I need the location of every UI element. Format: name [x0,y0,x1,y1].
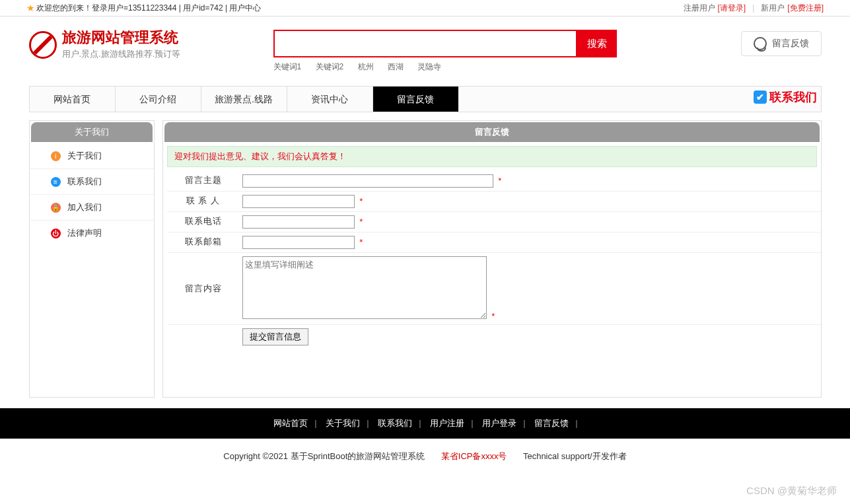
search-block: 搜索 关键词1 关键词2 杭州 西湖 灵隐寺 [273,30,690,73]
keyword-link[interactable]: 关键词2 [316,62,344,71]
list-icon: ≡ [51,177,61,187]
sidebar-title: 关于我们 [31,122,153,142]
welcome-text: 欢迎您的到来！登录用户=13511223344 | 用户id=742 | 用户中… [36,0,261,17]
required-mark: * [359,237,363,247]
topbar-separator: | [752,0,754,17]
footer-link[interactable]: 联系我们 [378,418,412,428]
phone-input[interactable] [242,215,355,229]
registered-user-label: 注册用户 [684,0,715,17]
sidebar-item-label: 联系我们 [67,176,102,188]
topbar: ★ 欢迎您的到来！登录用户=13511223344 | 用户id=742 | 用… [0,0,850,17]
logo-icon [29,31,57,59]
free-register-link[interactable]: [免费注册] [787,0,824,17]
field-label: 留言内容 [167,253,240,325]
star-icon: ★ [26,0,35,17]
site-title: 旅游网站管理系统 [62,30,181,46]
required-mark: * [359,217,363,227]
icp-link[interactable]: 某省ICP备xxxx号 [441,451,507,461]
search-keywords: 关键词1 关键词2 杭州 西湖 灵隐寺 [273,61,690,73]
header-feedback-wrap: 留言反馈 [690,30,822,56]
sidebar-item-legal[interactable]: ⏻ 法律声明 [30,221,154,246]
feedback-form: 留言主题 * 联 系 人 * 联系电话 * [167,171,822,349]
keyword-link[interactable]: 西湖 [388,62,404,71]
required-mark: * [359,196,363,206]
panel-title: 留言反馈 [164,122,820,142]
nav-contact-us[interactable]: ✔ 联系我们 [754,89,817,105]
sidebar-item-label: 加入我们 [67,201,102,213]
tech-support: Technical support/开发作者 [523,451,627,461]
topbar-right: 注册用户 [请登录] | 新用户 [免费注册] [684,0,824,16]
field-label: 联系邮箱 [167,233,240,253]
form-notice: 迎对我们提出意见、建议，我们会认真答复！ [167,146,817,167]
content-panel: 留言反馈 迎对我们提出意见、建议，我们会认真答复！ 留言主题 * 联 系 人 *… [162,120,822,398]
power-icon: ⏻ [51,229,61,238]
info-icon: i [51,151,61,161]
keyword-link[interactable]: 灵隐寺 [417,62,441,71]
keyword-link[interactable]: 关键词1 [273,62,302,71]
sidebar: 关于我们 i 关于我们 ≡ 联系我们 🔒 加入我们 ⏻ 法律声明 [29,120,155,398]
check-icon: ✔ [754,90,767,104]
search-box: 搜索 [273,30,690,57]
nav-feedback[interactable]: 留言反馈 [372,87,458,112]
nav-home[interactable]: 网站首页 [29,87,115,112]
field-label: 联系电话 [167,212,240,233]
email-input[interactable] [242,236,355,249]
footer-link[interactable]: 留言反馈 [534,418,569,428]
lock-icon: 🔒 [51,203,61,213]
nav-contact-label: 联系我们 [769,89,817,105]
nav-company[interactable]: 公司介绍 [115,87,201,112]
keyword-link[interactable]: 杭州 [358,62,374,71]
headset-icon [754,37,767,50]
header-feedback-button[interactable]: 留言反馈 [741,31,822,56]
site-subtitle: 用户.景点.旅游线路推荐.预订等 [62,48,181,60]
sidebar-item-label: 法律声明 [67,227,102,239]
contact-input[interactable] [242,195,355,208]
header: 旅游网站管理系统 用户.景点.旅游线路推荐.预订等 搜索 关键词1 关键词2 杭… [29,17,822,79]
main: 关于我们 i 关于我们 ≡ 联系我们 🔒 加入我们 ⏻ 法律声明 留言反馈 迎对… [29,120,822,398]
sidebar-item-join[interactable]: 🔒 加入我们 [30,195,154,221]
required-mark: * [498,176,501,186]
nav-news[interactable]: 资讯中心 [287,87,372,112]
submit-button[interactable]: 提交留言信息 [242,328,308,345]
field-label: 留言主题 [167,171,240,192]
required-mark: * [491,311,495,321]
search-input[interactable] [273,30,577,57]
footer-link[interactable]: 网站首页 [273,418,308,428]
footer-link[interactable]: 用户注册 [430,418,464,428]
search-button[interactable]: 搜索 [577,30,617,57]
new-user-label: 新用户 [761,0,785,17]
sidebar-item-contact[interactable]: ≡ 联系我们 [30,169,154,195]
topbar-left: ★ 欢迎您的到来！登录用户=13511223344 | 用户id=742 | 用… [26,0,261,16]
footer-link[interactable]: 关于我们 [326,418,360,428]
login-link[interactable]: [请登录] [718,0,746,17]
main-nav: 网站首页 公司介绍 旅游景点.线路 资讯中心 留言反馈 ✔ 联系我们 [29,86,822,112]
subject-input[interactable] [242,174,493,188]
logo-block[interactable]: 旅游网站管理系统 用户.景点.旅游线路推荐.预订等 [29,30,273,60]
footer-nav: 网站首页| 关于我们| 联系我们| 用户注册| 用户登录| 留言反馈| [0,408,850,439]
sidebar-item-about[interactable]: i 关于我们 [30,143,154,169]
field-label: 联 系 人 [167,192,240,212]
nav-scenic[interactable]: 旅游景点.线路 [201,87,287,112]
content-textarea[interactable] [242,256,487,319]
copyright-text: Copyright ©2021 基于SprintBoot的旅游网站管理系统 [223,451,425,461]
header-feedback-label: 留言反馈 [772,38,809,50]
sidebar-item-label: 关于我们 [67,150,102,162]
footer-link[interactable]: 用户登录 [482,418,516,428]
copyright: Copyright ©2021 基于SprintBoot的旅游网站管理系统 某省… [0,439,850,474]
